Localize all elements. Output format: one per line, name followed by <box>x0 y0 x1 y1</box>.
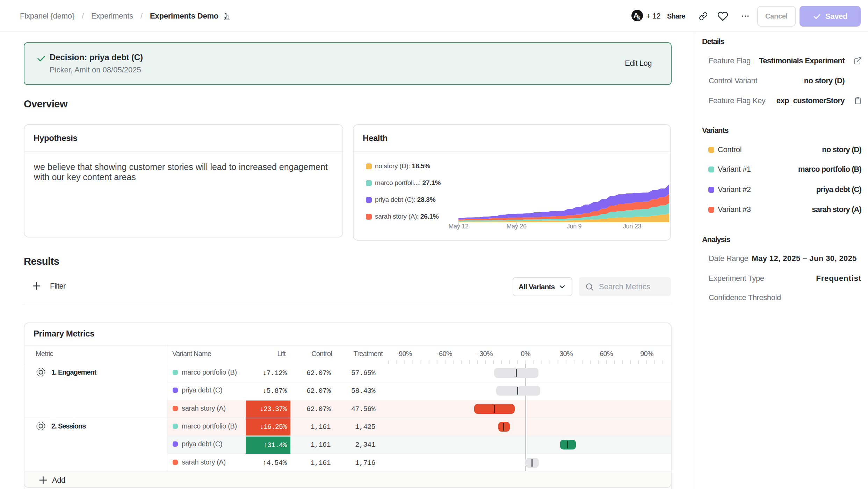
svg-text:k: k <box>637 14 641 21</box>
